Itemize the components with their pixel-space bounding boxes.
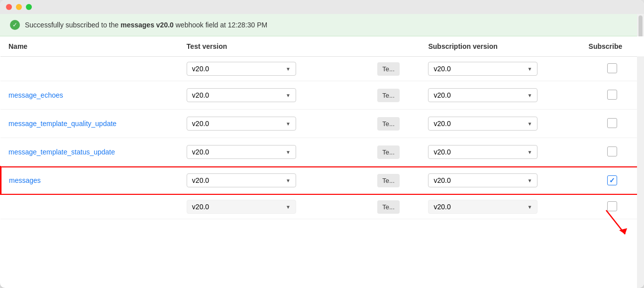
sub-version-select[interactable]: v20.0 ▼ bbox=[428, 62, 537, 76]
chevron-down-icon: ▼ bbox=[286, 66, 291, 72]
row-sub-version-cell[interactable]: v20.0 ▼ bbox=[420, 57, 580, 81]
row-test-version-cell[interactable]: v20.0 ▼ bbox=[179, 166, 369, 195]
test-button[interactable]: Te... bbox=[377, 89, 400, 102]
subscribe-checkbox[interactable] bbox=[607, 201, 617, 211]
row-subscribe-cell[interactable] bbox=[581, 81, 644, 110]
subscribe-checkbox[interactable] bbox=[607, 118, 617, 128]
sub-version-select[interactable]: v20.0 ▼ bbox=[428, 173, 537, 187]
title-bar bbox=[0, 0, 644, 14]
minimize-button[interactable] bbox=[16, 4, 22, 10]
subscribe-checkbox[interactable] bbox=[607, 90, 617, 100]
col-header-subscribe: Subscribe bbox=[581, 36, 644, 57]
sub-version-value: v20.0 bbox=[433, 91, 450, 99]
field-name-link[interactable]: message_echoes bbox=[8, 91, 63, 99]
close-button[interactable] bbox=[6, 4, 12, 10]
col-header-subscription-version: Subscription version bbox=[420, 36, 580, 57]
subscribe-checkbox[interactable] bbox=[607, 146, 617, 156]
test-version-value: v20.0 bbox=[192, 203, 209, 211]
table-row: message_template_quality_update v20.0 ▼ … bbox=[0, 110, 644, 138]
maximize-button[interactable] bbox=[26, 4, 32, 10]
row-sub-version-cell[interactable]: v20.0 ▼ bbox=[420, 110, 580, 138]
row-sub-version-cell[interactable]: v20.0 ▼ bbox=[420, 138, 580, 166]
test-button[interactable]: Te... bbox=[377, 117, 400, 131]
sub-version-value: v20.0 bbox=[433, 148, 450, 156]
test-button[interactable]: Te... bbox=[377, 62, 400, 76]
row-subscribe-cell[interactable] bbox=[581, 166, 644, 195]
chevron-down-icon: ▼ bbox=[286, 178, 291, 183]
sub-version-value: v20.0 bbox=[433, 120, 450, 128]
row-name-cell: message_template_quality_update bbox=[0, 110, 179, 138]
row-name-cell: message_template_status_update bbox=[0, 138, 179, 166]
sub-version-select[interactable]: v20.0 ▼ bbox=[428, 200, 537, 214]
table-row: message_echoes v20.0 ▼ Te... bbox=[0, 81, 644, 110]
test-version-select[interactable]: v20.0 ▼ bbox=[187, 200, 296, 214]
row-test-version-cell[interactable]: v20.0 ▼ bbox=[179, 195, 369, 219]
subscribe-checkbox-checked[interactable] bbox=[607, 175, 617, 185]
success-icon: ✓ bbox=[10, 20, 20, 30]
test-button[interactable]: Te... bbox=[377, 145, 400, 159]
test-version-value: v20.0 bbox=[192, 176, 209, 184]
chevron-down-icon: ▼ bbox=[286, 93, 291, 98]
row-test-btn-cell[interactable]: Te... bbox=[369, 57, 420, 81]
test-version-select[interactable]: v20.0 ▼ bbox=[187, 62, 296, 76]
success-message: Successfully subscribed to the messages … bbox=[25, 21, 267, 29]
test-version-select[interactable]: v20.0 ▼ bbox=[187, 173, 296, 187]
row-test-version-cell[interactable]: v20.0 ▼ bbox=[179, 110, 369, 138]
row-name-cell bbox=[0, 195, 179, 219]
chevron-down-icon: ▼ bbox=[528, 204, 533, 210]
row-test-btn-cell[interactable]: Te... bbox=[369, 166, 420, 195]
success-text-after: webhook field at 12:28:30 PM bbox=[174, 21, 267, 29]
row-subscribe-cell[interactable] bbox=[581, 195, 644, 219]
test-version-select[interactable]: v20.0 ▼ bbox=[187, 88, 296, 102]
field-name-link[interactable]: message_template_quality_update bbox=[8, 120, 116, 128]
sub-version-value: v20.0 bbox=[433, 176, 450, 184]
row-sub-version-cell[interactable]: v20.0 ▼ bbox=[420, 166, 580, 195]
table-row: v20.0 ▼ Te... v20.0 ▼ bbox=[0, 57, 644, 81]
test-version-value: v20.0 bbox=[192, 65, 209, 73]
row-sub-version-cell[interactable]: v20.0 ▼ bbox=[420, 195, 580, 219]
chevron-down-icon: ▼ bbox=[528, 149, 533, 155]
messages-field-name-link[interactable]: messages bbox=[9, 176, 41, 184]
messages-table-row: messages v20.0 ▼ Te... bbox=[0, 166, 644, 195]
chevron-down-icon: ▼ bbox=[286, 204, 291, 210]
row-test-btn-cell[interactable]: Te... bbox=[369, 195, 420, 219]
field-name-link[interactable]: message_template_status_update bbox=[8, 148, 115, 156]
col-header-name: Name bbox=[0, 36, 179, 57]
sub-version-select[interactable]: v20.0 ▼ bbox=[428, 88, 537, 102]
chevron-down-icon: ▼ bbox=[528, 93, 533, 98]
test-version-value: v20.0 bbox=[192, 91, 209, 99]
test-button[interactable]: Te... bbox=[377, 174, 400, 187]
sub-version-select[interactable]: v20.0 ▼ bbox=[428, 117, 537, 131]
row-subscribe-cell[interactable] bbox=[581, 138, 644, 166]
row-test-btn-cell[interactable]: Te... bbox=[369, 110, 420, 138]
table-row: message_template_status_update v20.0 ▼ T… bbox=[0, 138, 644, 166]
row-test-version-cell[interactable]: v20.0 ▼ bbox=[179, 81, 369, 110]
row-name-cell: messages bbox=[0, 166, 179, 195]
row-test-version-cell[interactable]: v20.0 ▼ bbox=[179, 138, 369, 166]
subscribe-checkbox[interactable] bbox=[607, 63, 617, 73]
test-version-select[interactable]: v20.0 ▼ bbox=[187, 145, 296, 159]
test-version-value: v20.0 bbox=[192, 120, 209, 128]
main-window: ✓ Successfully subscribed to the message… bbox=[0, 0, 644, 288]
row-sub-version-cell[interactable]: v20.0 ▼ bbox=[420, 81, 580, 110]
chevron-down-icon: ▼ bbox=[528, 66, 533, 72]
row-test-version-cell[interactable]: v20.0 ▼ bbox=[179, 57, 369, 81]
row-test-btn-cell[interactable]: Te... bbox=[369, 138, 420, 166]
col-header-test-version: Test version bbox=[179, 36, 369, 57]
sub-version-select[interactable]: v20.0 ▼ bbox=[428, 145, 537, 159]
row-subscribe-cell[interactable] bbox=[581, 57, 644, 81]
webhook-table: Name Test version Subscription version S… bbox=[0, 36, 644, 219]
chevron-down-icon: ▼ bbox=[528, 178, 533, 183]
row-test-btn-cell[interactable]: Te... bbox=[369, 81, 420, 110]
chevron-down-icon: ▼ bbox=[528, 121, 533, 127]
success-bold: messages v20.0 bbox=[120, 21, 174, 29]
chevron-down-icon: ▼ bbox=[286, 121, 291, 127]
sub-version-value: v20.0 bbox=[433, 203, 450, 211]
table-container[interactable]: Name Test version Subscription version S… bbox=[0, 36, 644, 288]
test-version-select[interactable]: v20.0 ▼ bbox=[187, 117, 296, 131]
chevron-down-icon: ▼ bbox=[286, 149, 291, 155]
row-subscribe-cell[interactable] bbox=[581, 110, 644, 138]
table-header-row: Name Test version Subscription version S… bbox=[0, 36, 644, 57]
test-button[interactable]: Te... bbox=[377, 200, 400, 214]
row-name-cell: message_echoes bbox=[0, 81, 179, 110]
